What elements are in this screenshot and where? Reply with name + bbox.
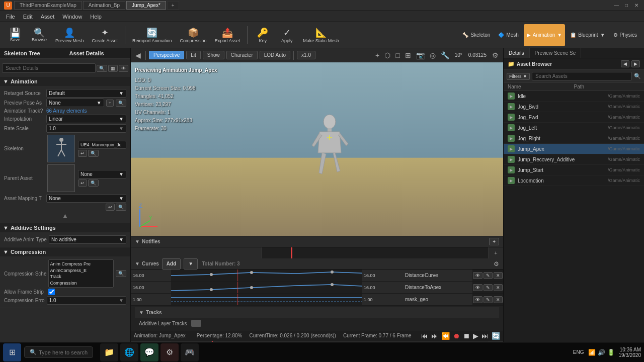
- mesh-button[interactable]: 🔷 Mesh: [495, 24, 521, 46]
- tab-preview-scene[interactable]: Preview Scene Se: [530, 48, 582, 58]
- character-button[interactable]: Character: [226, 51, 258, 59]
- preview-pose-search-btn[interactable]: 🔍: [116, 100, 126, 107]
- playback-prev-btn[interactable]: ⏪: [441, 332, 450, 340]
- blueprint-button[interactable]: 📋 Blueprint ▼: [567, 24, 608, 46]
- key-button[interactable]: 🔑 Key: [252, 24, 274, 46]
- curve-track-0-timeline[interactable]: [171, 269, 362, 281]
- compression-error-input[interactable]: 1.0 ▼: [47, 296, 126, 305]
- interpolation-dropdown[interactable]: Linear ▼: [46, 115, 126, 123]
- preview-pose-dropdown[interactable]: None ▼: [46, 99, 104, 107]
- parent-asset-search-btn[interactable]: 🔍: [88, 179, 99, 187]
- compression-section-title[interactable]: ▼ Compression: [0, 247, 130, 256]
- additive-settings-title[interactable]: ▼ Additive Settings: [0, 223, 130, 232]
- asset-browser-back-btn[interactable]: ◀: [621, 60, 629, 67]
- collapse-icon[interactable]: ▲: [62, 212, 69, 220]
- curves-add-button[interactable]: Add: [162, 258, 181, 269]
- lod-button[interactable]: LOD Auto: [260, 51, 290, 59]
- asset-item-jogright[interactable]: ▶ Jog_Right /Game/Animatic: [504, 133, 644, 144]
- curve-track-0-btn2[interactable]: ✎: [484, 272, 493, 279]
- reimport-animation-button[interactable]: 🔄 Reimport Animation: [129, 24, 175, 46]
- skeleton-reset-btn[interactable]: ↩: [78, 150, 87, 157]
- asset-item-jumprecovery[interactable]: ▶ Jump_Recovery_Additive /Game/Animatic: [504, 154, 644, 165]
- scale-button[interactable]: x1.0: [297, 51, 315, 59]
- menu-window[interactable]: Window: [58, 13, 86, 21]
- notifies-add-end[interactable]: +: [488, 247, 503, 258]
- asset-item-jogbwd[interactable]: ▶ Jog_Bwd /Game/Animatic: [504, 102, 644, 112]
- animation-button[interactable]: ▶ Animation ▼: [524, 24, 565, 46]
- skeleton-search-btn[interactable]: 🔍: [88, 150, 99, 157]
- asset-browser-forward-btn[interactable]: ▶: [631, 60, 640, 67]
- tab-jumpapex[interactable]: Jump_Apex*: [126, 1, 166, 10]
- curve-track-1-btn2[interactable]: ✎: [484, 284, 493, 291]
- preview-mesh-button[interactable]: 👤 Preview Mesh: [52, 24, 87, 46]
- animation-section-title[interactable]: ▼ Animation: [0, 77, 130, 86]
- playback-play-btn[interactable]: ▶: [473, 332, 478, 340]
- retarget-source-dropdown[interactable]: Default ▼: [46, 89, 126, 98]
- asset-mapping-reset-btn[interactable]: ↩: [106, 204, 115, 211]
- eye-btn[interactable]: 👁: [119, 65, 128, 72]
- taskbar-ue4[interactable]: ⚙: [160, 343, 179, 361]
- make-static-mesh-button[interactable]: 📐 Make Static Mesh: [300, 24, 342, 46]
- menu-help[interactable]: Help: [86, 13, 106, 21]
- curve-track-2-btn1[interactable]: 👁: [473, 296, 482, 303]
- physics-button[interactable]: ⚙ Physics: [610, 24, 640, 46]
- vp-settings-btn[interactable]: ⚙: [491, 51, 500, 59]
- vp-icon-btn-6[interactable]: ◎: [428, 51, 437, 59]
- compression-button[interactable]: 📦 Compression: [177, 24, 210, 46]
- curve-track-1-btn3[interactable]: ✕: [494, 284, 503, 291]
- playback-loop-btn[interactable]: 🔄: [492, 332, 500, 340]
- menu-file[interactable]: File: [2, 13, 19, 21]
- playback-record-btn[interactable]: ⏺: [453, 332, 460, 340]
- tab-animationbp[interactable]: Animation_Bp: [83, 1, 125, 10]
- search-icon-btn[interactable]: 🔍: [97, 65, 107, 72]
- curve-track-2-timeline[interactable]: [171, 294, 362, 305]
- expand-curves-icon[interactable]: ▼: [135, 261, 140, 266]
- expand-tracks-icon[interactable]: ▼: [139, 310, 144, 315]
- asset-item-jumpstart[interactable]: ▶ Jump_Start /Game/Animatic: [504, 165, 644, 175]
- lit-button[interactable]: Lit: [186, 51, 201, 59]
- perspective-button[interactable]: Perspective: [149, 51, 184, 59]
- asset-item-locomotion[interactable]: ▶ Locomotion /Game/Animatic: [504, 175, 644, 186]
- filters-button[interactable]: Filters ▼: [507, 73, 530, 80]
- expand-notifies-icon[interactable]: ▼: [135, 239, 140, 244]
- playback-next-btn[interactable]: ⏭: [481, 332, 489, 340]
- taskbar-whatsapp[interactable]: 💬: [140, 343, 158, 361]
- additive-track-toggle[interactable]: [191, 320, 201, 327]
- notifies-timeline[interactable]: [262, 247, 488, 258]
- compression-scheme-btn[interactable]: 🔍: [116, 270, 126, 277]
- notifies-add-btn[interactable]: +: [489, 238, 499, 245]
- taskbar-browser[interactable]: 🌐: [120, 343, 138, 361]
- grid-view-btn[interactable]: ▦: [108, 65, 118, 72]
- vp-icon-btn-3[interactable]: □: [394, 51, 401, 59]
- parent-asset-reset-btn[interactable]: ↩: [78, 179, 87, 187]
- asset-mapping-dropdown[interactable]: None ▼: [46, 194, 126, 203]
- vp-icon-btn-5[interactable]: 📷: [415, 51, 426, 59]
- curves-settings-btn[interactable]: ⚙: [494, 260, 499, 267]
- save-button[interactable]: 💾 Save: [4, 24, 26, 46]
- search-assets-input[interactable]: [532, 72, 632, 80]
- playback-stop-btn[interactable]: ⏹: [463, 332, 470, 340]
- allow-frame-strip-checkbox[interactable]: [48, 289, 55, 295]
- export-asset-button[interactable]: 📤 Export Asset: [212, 24, 244, 46]
- search-taskbar-btn[interactable]: 🔍 Type here to search: [24, 346, 93, 358]
- vp-icon-btn-2[interactable]: ⬡: [383, 51, 392, 59]
- preview-pose-add-btn[interactable]: +: [106, 100, 114, 107]
- vp-icon-btn-4[interactable]: ⊞: [404, 51, 413, 59]
- start-btn[interactable]: ⊞: [3, 343, 21, 361]
- asset-mapping-search-btn[interactable]: 🔍: [116, 204, 126, 211]
- menu-edit[interactable]: Edit: [19, 13, 37, 21]
- curve-track-2-btn3[interactable]: ✕: [494, 296, 503, 303]
- parent-asset-dropdown[interactable]: None ▼: [78, 170, 126, 178]
- asset-item-jogfwd[interactable]: ▶ Jog_Fwd /Game/Animatic: [504, 112, 644, 123]
- playback-beginning-btn[interactable]: ⏮: [421, 332, 428, 340]
- curve-track-0-btn3[interactable]: ✕: [494, 272, 503, 279]
- additive-anim-type-dropdown[interactable]: No additive ▼: [49, 235, 126, 244]
- menu-asset[interactable]: Asset: [37, 13, 59, 21]
- minimize-button[interactable]: —: [613, 2, 620, 9]
- asset-item-jumpapex[interactable]: ▶ Jump_Apex /Game/Animatic: [504, 144, 644, 154]
- asset-item-idle[interactable]: ▶ Idle /Game/Animatic: [504, 91, 644, 102]
- taskbar-file-explorer[interactable]: 📁: [100, 343, 118, 361]
- search-details-input[interactable]: [2, 63, 96, 73]
- vp-icon-btn-1[interactable]: +: [374, 51, 381, 59]
- vp-nav-left-btn[interactable]: ◀: [134, 51, 142, 59]
